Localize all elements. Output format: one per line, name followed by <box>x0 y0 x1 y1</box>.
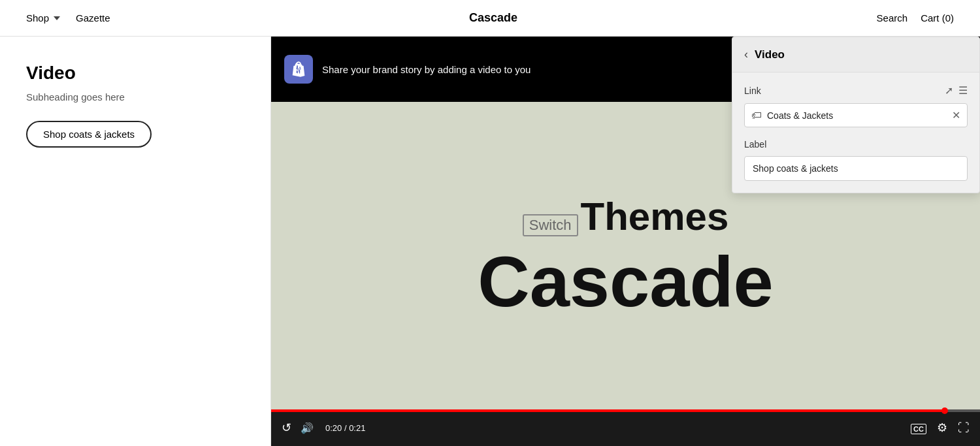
nav-right: Search Cart (0) <box>877 12 954 24</box>
external-link-icon[interactable]: ➚ <box>945 84 953 97</box>
link-label-text: Link <box>744 86 761 96</box>
controls-right <box>911 421 970 435</box>
label-label-text: Label <box>744 139 766 150</box>
link-input-row[interactable]: 🏷 Coats & Jackets ✕ <box>744 103 968 127</box>
dropdown-panel: ‹ Video Link ➚ ☰ 🏷 Coats & Jackets <box>732 37 980 193</box>
left-panel: Video Subheading goes here Shop coats & … <box>0 37 271 446</box>
page-title: Video <box>26 63 244 84</box>
fullscreen-button[interactable] <box>958 421 970 435</box>
video-area: Share your brand story by adding a video… <box>271 37 980 446</box>
stack-icon[interactable]: ☰ <box>958 84 968 97</box>
switch-label: Switch <box>523 214 578 236</box>
back-button[interactable]: ‹ <box>744 48 748 61</box>
gazette-link[interactable]: Gazette <box>76 12 110 24</box>
progress-dot <box>941 407 948 414</box>
settings-button[interactable] <box>937 421 947 435</box>
video-banner-text: Share your brand story by adding a video… <box>322 64 531 75</box>
time-display: 0:20 / 0:21 <box>325 423 365 433</box>
tag-icon: 🏷 <box>751 110 762 121</box>
progress-bar-fill <box>271 409 945 412</box>
brand-name: Cascade <box>469 11 517 25</box>
video-controls: 0:20 / 0:21 <box>271 409 980 446</box>
dropdown-title: Video <box>755 48 785 61</box>
cc-button[interactable] <box>911 421 926 435</box>
link-section-label: Link ➚ ☰ <box>744 84 968 97</box>
shop-chevron-icon <box>54 16 60 20</box>
dropdown-body: Link ➚ ☰ 🏷 Coats & Jackets ✕ Label <box>732 72 979 193</box>
search-link[interactable]: Search <box>877 12 908 24</box>
page-subtitle: Subheading goes here <box>26 91 244 103</box>
dropdown-header: ‹ Video <box>732 37 979 72</box>
main-layout: Video Subheading goes here Shop coats & … <box>0 37 980 446</box>
video-inner: Share your brand story by adding a video… <box>271 37 980 446</box>
shop-coats-button[interactable]: Shop coats & jackets <box>26 121 152 148</box>
top-nav: Shop Gazette Cascade Search Cart (0) <box>0 0 980 37</box>
themes-label: Themes <box>581 194 729 239</box>
shop-label: Shop <box>26 12 49 24</box>
link-input-value: Coats & Jackets <box>767 110 947 121</box>
clear-link-button[interactable]: ✕ <box>952 109 960 121</box>
shop-menu[interactable]: Shop <box>26 12 60 24</box>
link-section-icons: ➚ ☰ <box>945 84 968 97</box>
volume-button[interactable] <box>301 421 314 435</box>
label-section-label: Label <box>744 139 968 150</box>
nav-left: Shop Gazette <box>26 12 110 24</box>
cart-link[interactable]: Cart (0) <box>921 12 954 24</box>
rewind-button[interactable] <box>282 421 291 435</box>
shopify-logo <box>284 55 313 84</box>
progress-bar-container[interactable] <box>271 409 980 412</box>
label-input[interactable] <box>744 156 968 181</box>
cascade-main-text: Cascade <box>478 246 774 317</box>
